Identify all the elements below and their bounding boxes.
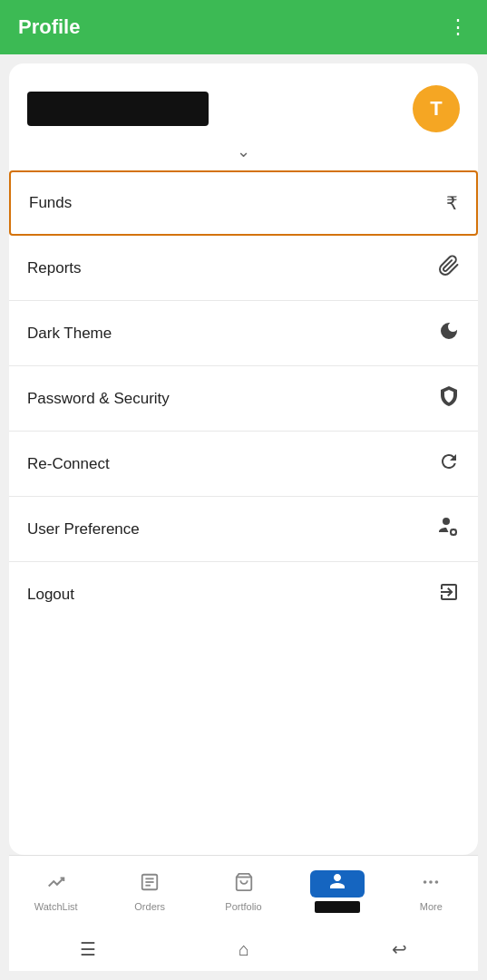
nav-label-profile-cover [315, 901, 360, 913]
nav-label-portfolio: Portfolio [225, 901, 261, 912]
svg-line-7 [455, 533, 456, 534]
svg-line-6 [451, 529, 452, 530]
nav-label-orders: Orders [134, 901, 165, 912]
nav-item-watchlist[interactable]: WatchList [9, 872, 102, 912]
svg-line-8 [455, 529, 456, 530]
system-nav: ☰ ⌂ ↩ [9, 927, 478, 971]
paperclip-icon [438, 255, 460, 282]
system-home-icon[interactable]: ⌂ [239, 939, 249, 960]
menu-item-logout[interactable]: Logout [9, 562, 478, 627]
user-gear-icon [436, 515, 460, 544]
menu-item-dark-theme[interactable]: Dark Theme [9, 301, 478, 366]
bottom-nav: WatchList Orders Portfolio [9, 855, 478, 927]
system-menu-icon[interactable]: ☰ [80, 938, 96, 960]
person-icon [328, 872, 346, 896]
svg-point-17 [435, 880, 439, 884]
chevron-down-icon[interactable]: ⌄ [237, 141, 250, 161]
logout-icon [438, 581, 460, 608]
trending-icon [46, 872, 66, 898]
svg-point-16 [429, 880, 433, 884]
theme-icon [438, 320, 460, 347]
menu-item-label-reports: Reports [27, 259, 82, 277]
basket-icon [234, 872, 254, 898]
svg-point-15 [424, 880, 427, 884]
menu-item-funds[interactable]: Funds ₹ [9, 170, 478, 236]
list-icon [140, 872, 160, 898]
menu-item-password-security[interactable]: Password & Security [9, 366, 478, 432]
header-more-icon[interactable]: ⋮ [448, 15, 469, 39]
menu-item-label-user-preference: User Preference [27, 520, 140, 539]
nav-item-more[interactable]: More [385, 872, 478, 912]
menu-item-label-dark-theme: Dark Theme [27, 325, 112, 343]
menu-item-label-logout: Logout [27, 586, 74, 604]
menu-item-user-preference[interactable]: User Preference [9, 497, 478, 562]
shield-icon [438, 385, 460, 412]
menu-item-label-funds: Funds [29, 194, 72, 212]
chevron-row: ⌄ [9, 141, 478, 170]
system-back-icon[interactable]: ↩ [392, 938, 407, 960]
rupee-icon: ₹ [446, 192, 458, 214]
menu-item-reports[interactable]: Reports [9, 236, 478, 301]
nav-label-more: More [420, 901, 443, 912]
menu-item-reconnect[interactable]: Re-Connect [9, 432, 478, 497]
more-horiz-icon [421, 872, 441, 898]
nav-item-portfolio[interactable]: Portfolio [197, 872, 290, 912]
menu-item-label-reconnect: Re-Connect [27, 455, 110, 473]
refresh-icon [438, 451, 460, 478]
main-card: T ⌄ Funds ₹ Reports Dark Theme [9, 63, 478, 855]
page-title: Profile [18, 15, 80, 39]
nav-item-profile[interactable] [290, 870, 384, 913]
menu-list: Funds ₹ Reports Dark Theme Password & Se… [9, 170, 478, 855]
avatar: T [413, 85, 460, 132]
nav-item-orders[interactable]: Orders [102, 872, 196, 912]
profile-active-bg [310, 870, 365, 898]
user-info-row: T [9, 63, 478, 141]
nav-label-watchlist: WatchList [34, 901, 78, 912]
app-header: Profile ⋮ [0, 0, 487, 54]
svg-line-9 [451, 533, 452, 534]
user-name-redacted [27, 92, 209, 126]
menu-item-label-password-security: Password & Security [27, 390, 170, 408]
svg-point-0 [443, 518, 450, 525]
